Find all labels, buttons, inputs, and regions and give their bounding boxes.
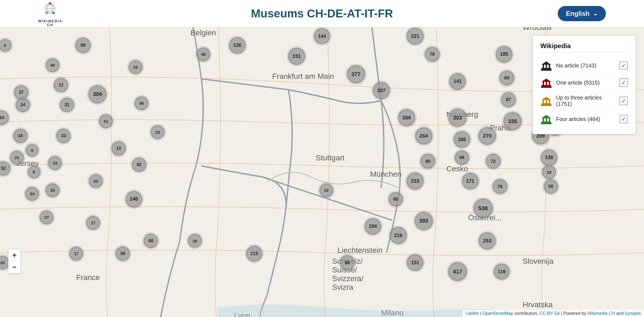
cluster-marker[interactable]: 25 [46,184,59,197]
cluster-marker[interactable]: 79 [493,179,507,194]
museum-icon-green [540,114,552,124]
cluster-marker[interactable]: 18 [542,165,556,179]
cluster-marker[interactable]: 80 [340,255,355,270]
cluster-marker[interactable]: 12 [54,78,68,92]
cluster-marker[interactable]: 304 [88,85,106,103]
svg-text:Frankfurt am Main: Frankfurt am Main [272,72,334,80]
cluster-marker[interactable]: 80 [421,154,435,169]
cluster-marker[interactable]: 171 [462,173,479,189]
cluster-marker[interactable]: 33 [320,184,333,197]
cluster-marker[interactable]: 84 [499,71,514,85]
leaflet-link[interactable]: Leaflet [466,311,479,316]
svg-marker-50 [541,61,551,65]
svg-text:Slovenija: Slovenija [523,257,554,265]
svg-text:Svizra: Svizra [332,283,353,291]
wikimedia-ch-link[interactable]: Wikimedia CH [587,311,615,316]
cluster-marker[interactable]: 266 [398,109,415,126]
language-selector[interactable]: English ⌄ [558,6,606,21]
cluster-marker[interactable]: 21 [10,151,24,164]
cluster-marker[interactable]: 33 [56,129,70,143]
cluster-marker[interactable]: 393 [415,212,433,230]
map-container[interactable]: Frankfurt am Main Belgique Belgien Stutt… [0,27,644,317]
legend-label-one-article: One article (5315) [556,80,615,86]
cluster-marker[interactable]: 144 [314,28,330,44]
cluster-marker[interactable]: 72 [486,154,501,169]
svg-text:München: München [370,170,401,178]
legend-check-one-article[interactable]: ✓ [619,78,628,87]
cluster-marker[interactable]: 115 [246,246,262,262]
cluster-marker[interactable]: 24 [16,98,30,112]
cluster-marker[interactable]: 13 [112,141,126,156]
openstreetmap-link[interactable]: OpenStreetMap [482,311,513,316]
museum-icon-gold [540,96,552,106]
cluster-marker[interactable]: 45 [197,48,210,61]
legend-check-no-article[interactable]: ✓ [619,61,628,70]
cluster-marker[interactable]: 34 [13,129,27,143]
synapta-link[interactable]: Synapta [625,311,641,316]
cluster-marker[interactable]: 207 [373,82,390,99]
cluster-marker[interactable]: 221 [407,28,424,45]
legend-check-up-to-three[interactable]: ✓ [619,97,628,105]
cluster-marker[interactable]: 264 [415,128,432,144]
cluster-marker[interactable]: 417 [448,262,467,281]
cluster-marker[interactable]: 138 [541,150,557,166]
header: WIKIMEDIA CH Museums CH-DE-AT-IT-FR Engl… [0,0,644,27]
cluster-marker[interactable]: 119 [494,264,510,279]
cluster-marker[interactable]: 215 [407,173,424,189]
svg-text:Cesko: Cesko [446,164,468,173]
legend-check-four-articles[interactable]: ✓ [619,115,628,123]
cluster-marker[interactable]: 79 [425,47,440,62]
svg-marker-68 [541,115,551,118]
cluster-marker[interactable]: 141 [449,73,466,90]
cluster-marker[interactable]: 148 [126,191,142,207]
legend-item-four-articles: Four articles (464) ✓ [540,111,628,128]
ccbysa-link[interactable]: CC-BY-SA [539,311,560,316]
cluster-marker[interactable]: 87 [501,92,516,107]
cluster-marker[interactable]: 68 [144,234,158,248]
cluster-marker[interactable]: 31 [60,98,74,112]
svg-rect-52 [541,87,552,88]
cluster-marker[interactable]: 151 [288,48,305,65]
cluster-marker[interactable]: 33 [48,156,62,170]
cluster-marker[interactable]: 538 [474,199,493,218]
cluster-marker[interactable]: 270 [479,127,496,145]
cluster-marker[interactable]: 126 [229,37,246,54]
cluster-marker[interactable]: 216 [390,227,407,244]
svg-rect-64 [541,123,552,124]
cluster-marker[interactable]: 28 [188,234,202,248]
cluster-marker[interactable]: 23 [151,125,164,139]
cluster-marker[interactable]: 58 [544,179,558,194]
legend-title: Wikipedia [540,42,628,53]
cluster-marker[interactable]: 27 [40,211,53,224]
cluster-marker[interactable]: 22 [129,60,142,74]
cluster-marker[interactable]: 36 [135,97,148,110]
cluster-marker[interactable]: 42 [132,158,146,172]
cluster-marker[interactable]: 20 [89,174,103,188]
cluster-marker[interactable]: 166 [454,131,470,148]
cluster-marker[interactable]: 335 [504,112,522,130]
cluster-marker[interactable]: 56 [116,247,130,261]
zoom-out-button[interactable]: − [8,261,20,273]
cluster-marker[interactable]: 377 [347,65,365,83]
cluster-marker[interactable]: 6 [26,144,38,157]
cluster-marker[interactable]: 99 [75,38,91,53]
cluster-marker[interactable]: 303 [449,109,467,127]
zoom-in-button[interactable]: + [8,249,20,261]
cluster-marker[interactable]: 37 [14,85,28,100]
cluster-marker[interactable]: 17 [86,216,100,230]
wikimedia-logo [41,0,60,19]
cluster-marker[interactable]: 253 [479,232,496,249]
cluster-marker[interactable]: 51 [99,114,113,128]
cluster-marker[interactable]: 185 [496,46,512,63]
cluster-marker[interactable]: 34 [25,187,39,201]
svg-rect-59 [543,100,544,104]
legend-label-four-articles: Four articles (464) [556,116,615,122]
cluster-marker[interactable]: 69 [455,151,469,165]
cluster-marker[interactable]: 154 [365,218,381,235]
cluster-marker[interactable]: 9 [28,166,40,178]
cluster-marker[interactable]: 151 [407,254,423,271]
cluster-marker[interactable]: 17 [69,247,83,260]
cluster-marker[interactable]: 49 [46,58,59,72]
museum-icon-black [540,60,552,71]
cluster-marker[interactable]: 60 [389,192,403,206]
